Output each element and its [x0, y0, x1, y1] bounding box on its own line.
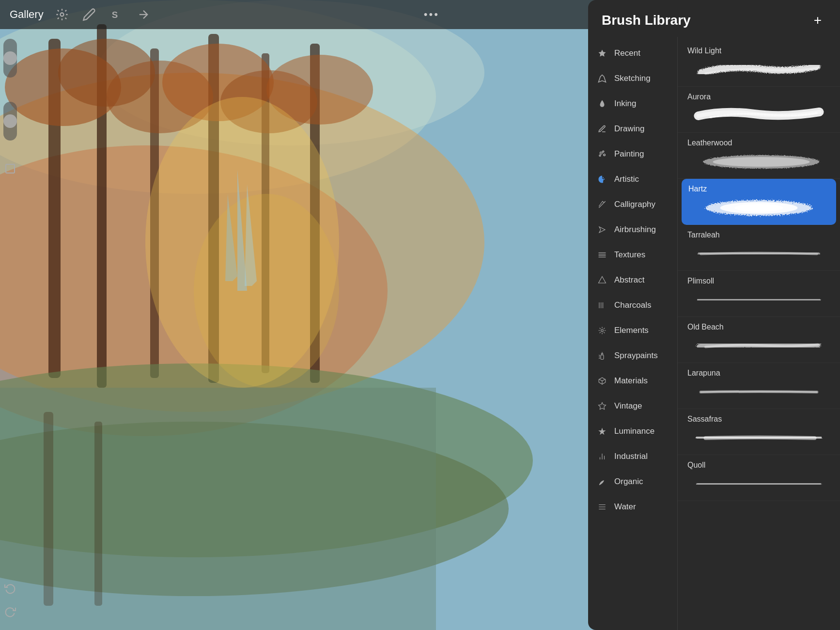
airbrushing-icon	[596, 223, 608, 236]
category-drawing[interactable]: Drawing	[588, 116, 677, 142]
svg-point-38	[599, 155, 601, 157]
brush-list: Wild Light Aurora	[678, 37, 840, 630]
brush-quoll[interactable]: Quoll	[678, 455, 840, 501]
svg-rect-20	[44, 412, 53, 606]
category-charcoals-label: Charcoals	[614, 300, 652, 310]
category-vintage[interactable]: Vintage	[588, 394, 677, 419]
textures-icon	[596, 249, 608, 261]
svg-rect-19	[0, 388, 436, 630]
brush-sassafras-preview	[687, 427, 830, 449]
brush-wild-light-preview	[687, 59, 830, 80]
brush-old-beach[interactable]: Old Beach	[678, 317, 840, 363]
abstract-icon	[596, 274, 608, 286]
category-inking[interactable]: Inking	[588, 91, 677, 116]
brush-leatherwood[interactable]: Leatherwood	[678, 133, 840, 179]
category-painting[interactable]: Painting	[588, 142, 677, 167]
brush-old-beach-name: Old Beach	[687, 323, 830, 331]
brush-tarraleah[interactable]: Tarraleah	[678, 225, 840, 271]
category-recent[interactable]: Recent	[588, 41, 677, 66]
category-industrial[interactable]: Industrial	[588, 444, 677, 469]
category-organic[interactable]: Organic	[588, 469, 677, 494]
brush-aurora[interactable]: Aurora	[678, 87, 840, 133]
artistic-icon	[596, 173, 608, 186]
svg-point-62	[713, 157, 810, 167]
brush-plimsoll-preview	[687, 289, 830, 311]
square-tool[interactable]	[1, 160, 19, 177]
industrial-icon	[596, 450, 608, 463]
brush-wild-light[interactable]: Wild Light	[678, 41, 840, 87]
brush-larapuna-name: Larapuna	[687, 369, 830, 378]
svg-rect-21	[94, 422, 102, 606]
category-elements-label: Elements	[614, 326, 649, 335]
brush-leatherwood-preview	[687, 151, 830, 173]
inking-icon	[596, 97, 608, 110]
more-options-button[interactable]: •••	[424, 8, 439, 21]
brush-tarraleah-name: Tarraleah	[687, 231, 830, 239]
svg-point-41	[603, 177, 604, 178]
brush-quoll-name: Quoll	[687, 461, 830, 470]
category-charcoals[interactable]: Charcoals	[588, 293, 677, 318]
brush-library-panel: Brush Library + Recent Sketching	[588, 0, 840, 630]
gallery-button[interactable]: Gallery	[10, 8, 44, 21]
svg-marker-33	[599, 50, 606, 57]
svg-point-35	[600, 152, 603, 155]
luminance-icon	[596, 425, 608, 438]
category-list: Recent Sketching Inking	[588, 37, 678, 630]
painting-icon	[596, 148, 608, 160]
svg-point-65	[735, 204, 783, 212]
category-water[interactable]: Water	[588, 494, 677, 520]
pencil-tool[interactable]	[80, 6, 98, 23]
svg-marker-60	[599, 403, 606, 410]
category-artistic[interactable]: Artistic	[588, 167, 677, 192]
category-abstract-label: Abstract	[614, 275, 644, 285]
size-slider[interactable]	[3, 102, 17, 141]
modify-tool[interactable]	[53, 6, 71, 23]
opacity-slider[interactable]	[3, 39, 17, 78]
s-tool[interactable]: S	[108, 6, 125, 23]
svg-line-56	[599, 355, 600, 356]
svg-point-42	[604, 179, 605, 180]
category-airbrushing-label: Airbrushing	[614, 225, 656, 235]
add-brush-button[interactable]: +	[809, 12, 826, 29]
category-abstract[interactable]: Abstract	[588, 268, 677, 293]
undo-button[interactable]	[1, 580, 19, 597]
category-vintage-label: Vintage	[614, 401, 642, 411]
category-elements[interactable]: Elements	[588, 318, 677, 343]
redo-button[interactable]	[1, 603, 19, 620]
brush-plimsoll[interactable]: Plimsoll	[678, 271, 840, 317]
toolbar-left: Gallery S	[10, 6, 152, 23]
organic-icon	[596, 475, 608, 488]
brush-plimsoll-name: Plimsoll	[687, 277, 830, 285]
svg-rect-53	[601, 355, 604, 360]
category-luminance[interactable]: Luminance	[588, 419, 677, 444]
brush-quoll-preview	[687, 473, 830, 495]
category-industrial-label: Industrial	[614, 452, 648, 461]
brush-tarraleah-preview	[687, 243, 830, 265]
brush-hartz-name: Hartz	[688, 185, 829, 193]
category-water-label: Water	[614, 502, 636, 512]
spraypaints-icon	[596, 349, 608, 362]
vintage-icon	[596, 400, 608, 412]
svg-text:S: S	[111, 10, 117, 20]
category-calligraphy[interactable]: Calligraphy	[588, 192, 677, 217]
brush-sassafras[interactable]: Sassafras	[678, 409, 840, 455]
category-textures[interactable]: Textures	[588, 242, 677, 268]
brush-hartz-preview	[688, 197, 829, 219]
svg-point-52	[601, 330, 604, 332]
toolbar-center: •••	[424, 8, 439, 21]
category-organic-label: Organic	[614, 477, 643, 487]
svg-marker-48	[599, 277, 606, 284]
brush-hartz[interactable]: Hartz	[682, 179, 836, 225]
category-airbrushing[interactable]: Airbrushing	[588, 217, 677, 242]
svg-rect-32	[6, 164, 15, 173]
category-materials[interactable]: Materials	[588, 368, 677, 394]
svg-point-37	[604, 154, 606, 156]
brush-old-beach-preview	[687, 335, 830, 357]
svg-rect-54	[602, 354, 603, 355]
brush-larapuna[interactable]: Larapuna	[678, 363, 840, 409]
brush-aurora-preview	[687, 105, 830, 126]
arrow-tool[interactable]	[135, 6, 152, 23]
category-spraypaints[interactable]: Spraypaints	[588, 343, 677, 368]
category-sketching[interactable]: Sketching	[588, 66, 677, 91]
category-drawing-label: Drawing	[614, 124, 644, 134]
